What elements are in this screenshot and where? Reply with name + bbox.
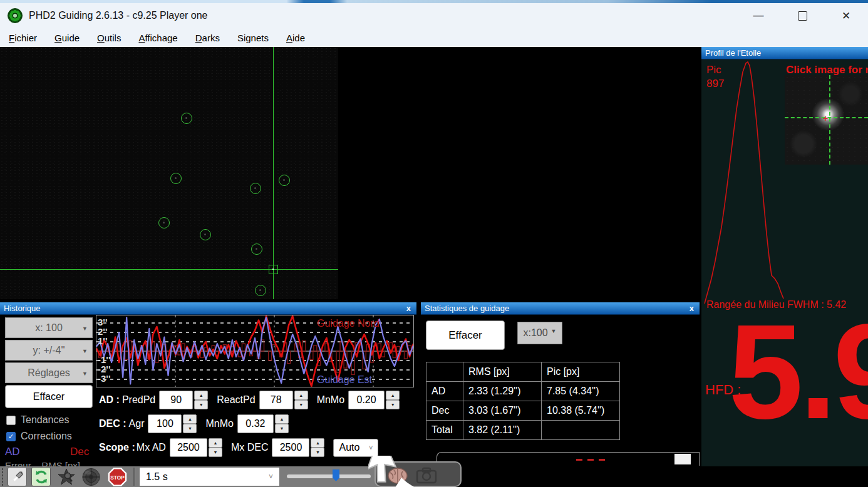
starfield-image[interactable] bbox=[0, 47, 338, 299]
reactpd-stepper[interactable]: ▲▼ bbox=[294, 391, 308, 409]
red-dash bbox=[587, 459, 594, 461]
brain-settings-icon[interactable] bbox=[386, 466, 410, 485]
mxad-label: Mx AD bbox=[137, 442, 166, 453]
stats-scale-dropdown[interactable]: x:100▼ bbox=[517, 322, 562, 344]
menu-item-guide[interactable]: Guide bbox=[46, 30, 88, 46]
auto-select-star-button[interactable] bbox=[56, 467, 76, 486]
history-clear-button[interactable]: Effacer bbox=[5, 385, 93, 408]
detected-star-circle[interactable] bbox=[250, 183, 261, 194]
trends-checkbox-row[interactable]: Tendances bbox=[6, 414, 69, 426]
stats-value: 10.38 (5.74'') bbox=[542, 401, 620, 421]
dec-mode-combobox[interactable]: Auto˅ bbox=[333, 439, 378, 457]
advanced-tools-pane bbox=[375, 461, 462, 487]
x-scale-dropdown[interactable]: x: 100▼ bbox=[5, 317, 93, 338]
menu-item-affichage[interactable]: Affichage bbox=[130, 30, 186, 46]
dec-mnmo-stepper[interactable]: ▲▼ bbox=[275, 414, 289, 433]
crosshair-vertical-line bbox=[273, 47, 274, 299]
stats-row-label: Total bbox=[426, 421, 463, 440]
window-title: PHD2 Guiding 2.6.13 - c9.25 Player one bbox=[29, 10, 208, 21]
toolbar-separator bbox=[133, 468, 135, 486]
star-select-icon bbox=[57, 468, 76, 486]
ad-mnmo-stepper[interactable]: ▲▼ bbox=[386, 391, 400, 409]
guide-graph: 3''2''1''-1''-2''-3''Guidage NordGuidage… bbox=[96, 315, 414, 387]
mxdec-input[interactable]: 2500 bbox=[272, 438, 309, 457]
begin-guiding-button[interactable] bbox=[81, 467, 101, 486]
mxad-input[interactable]: 2500 bbox=[170, 438, 207, 457]
stats-row-label: Dec bbox=[426, 401, 463, 421]
reactpd-input[interactable]: 78 bbox=[259, 391, 293, 409]
menu-item-signets[interactable]: Signets bbox=[229, 30, 277, 46]
hfd-value: 5.9 bbox=[728, 294, 868, 449]
history-title: Historique bbox=[4, 304, 41, 313]
ad-mnmo-input[interactable]: 0.20 bbox=[348, 391, 385, 409]
stop-button[interactable]: STOP bbox=[108, 467, 127, 486]
dec-mnmo-input[interactable]: 0.32 bbox=[237, 414, 274, 433]
corrections-checkbox-row[interactable]: ✓ Corrections bbox=[6, 431, 72, 442]
stats-title-bar[interactable]: Statistiques de guidage x bbox=[421, 302, 700, 315]
ad-param-row: AD : PredPd 90 ▲▼ ReactPd 78 ▲▼ MnMo 0.2… bbox=[99, 391, 400, 409]
crosshair-horizontal-line bbox=[0, 269, 338, 270]
stop-icon: STOP bbox=[108, 467, 127, 487]
stats-col-header: Pic [px] bbox=[542, 362, 620, 382]
history-close-icon[interactable]: x bbox=[405, 304, 413, 313]
chevron-down-icon: ▼ bbox=[82, 348, 88, 354]
mxad-stepper[interactable]: ▲▼ bbox=[209, 438, 222, 457]
detected-star-circle[interactable] bbox=[200, 229, 211, 240]
star-profile-curve bbox=[701, 59, 868, 310]
detected-star-circle[interactable] bbox=[158, 217, 170, 228]
stats-value: 2.33 (1.29'') bbox=[463, 382, 542, 401]
detected-star-circle[interactable] bbox=[181, 113, 192, 124]
stats-clear-button[interactable]: Effacer bbox=[426, 320, 505, 350]
stats-row: Dec3.03 (1.67'')10.38 (5.74'') bbox=[426, 401, 620, 421]
stats-row-label: AD bbox=[426, 382, 463, 401]
menu-bar: FichierGuideOutilsAffichageDarksSignetsA… bbox=[0, 28, 868, 47]
menu-item-fichier[interactable]: Fichier bbox=[0, 30, 46, 46]
mxdec-stepper[interactable]: ▲▼ bbox=[311, 438, 324, 457]
profile-title: Profil de l'Etoile bbox=[705, 48, 761, 58]
dec-param-row: DEC : Agr 100 ▲▼ MnMo 0.32 ▲▼ bbox=[99, 414, 289, 433]
detected-star-circle[interactable] bbox=[170, 173, 182, 184]
predpd-input[interactable]: 90 bbox=[159, 391, 193, 409]
stats-value: 3.82 (2.11'') bbox=[463, 421, 542, 440]
chevron-down-icon: ˅ bbox=[269, 473, 273, 481]
stats-value bbox=[542, 421, 620, 440]
menu-item-darks[interactable]: Darks bbox=[187, 30, 229, 46]
gamma-slider-track[interactable] bbox=[287, 474, 371, 478]
camera-setup-icon[interactable] bbox=[416, 467, 437, 484]
detected-star-circle[interactable] bbox=[251, 244, 262, 255]
ad-label: AD : bbox=[99, 394, 120, 406]
maximize-button[interactable] bbox=[780, 3, 824, 28]
detected-star-circle[interactable] bbox=[255, 285, 266, 296]
scope-param-row: Scope : Mx AD 2500 ▲▼ Mx DEC 2500 ▲▼ Aut… bbox=[99, 438, 378, 457]
stats-header-row: RMS [px]Pic [px] bbox=[426, 362, 620, 382]
partial-window-strip bbox=[437, 452, 700, 466]
predpd-label: PredPd bbox=[122, 394, 155, 406]
y-scale-dropdown[interactable]: y: +/-4''▼ bbox=[5, 340, 93, 361]
history-title-bar[interactable]: Historique x bbox=[0, 302, 416, 315]
menu-item-aide[interactable]: Aide bbox=[277, 30, 314, 46]
menu-item-outils[interactable]: Outils bbox=[88, 30, 130, 46]
loop-exposures-button[interactable] bbox=[31, 467, 51, 486]
settings-dropdown[interactable]: Réglages▼ bbox=[5, 362, 93, 383]
stats-value: 7.85 (4.34'') bbox=[542, 382, 620, 401]
corrections-checkbox[interactable]: ✓ bbox=[6, 432, 16, 441]
agr-stepper[interactable]: ▲▼ bbox=[183, 414, 197, 433]
reactpd-label: ReactPd bbox=[217, 394, 255, 406]
close-button[interactable]: ✕ bbox=[824, 3, 868, 28]
detected-star-circle[interactable] bbox=[279, 175, 290, 186]
stats-close-icon[interactable]: x bbox=[688, 304, 696, 313]
stats-row: AD2.33 (1.29'')7.85 (4.34'') bbox=[426, 382, 620, 401]
trends-checkbox[interactable] bbox=[6, 416, 16, 425]
profile-title-bar[interactable]: Profil de l'Etoile bbox=[701, 47, 868, 59]
ad-mnmo-label: MnMo bbox=[317, 394, 344, 406]
dec-axis-label: Dec bbox=[70, 446, 89, 458]
agr-input[interactable]: 100 bbox=[148, 414, 182, 433]
toolbar-grip-handle[interactable] bbox=[1, 468, 4, 486]
ad-axis-label: AD bbox=[5, 446, 20, 458]
exposure-combobox[interactable]: 1.5 s˅ bbox=[139, 467, 280, 486]
predpd-stepper[interactable]: ▲▼ bbox=[194, 391, 208, 409]
stats-row: Total3.82 (2.11'') bbox=[426, 421, 620, 440]
connect-equipment-button[interactable] bbox=[8, 467, 27, 486]
svg-text:STOP: STOP bbox=[110, 474, 125, 481]
minimize-button[interactable]: — bbox=[736, 3, 780, 28]
